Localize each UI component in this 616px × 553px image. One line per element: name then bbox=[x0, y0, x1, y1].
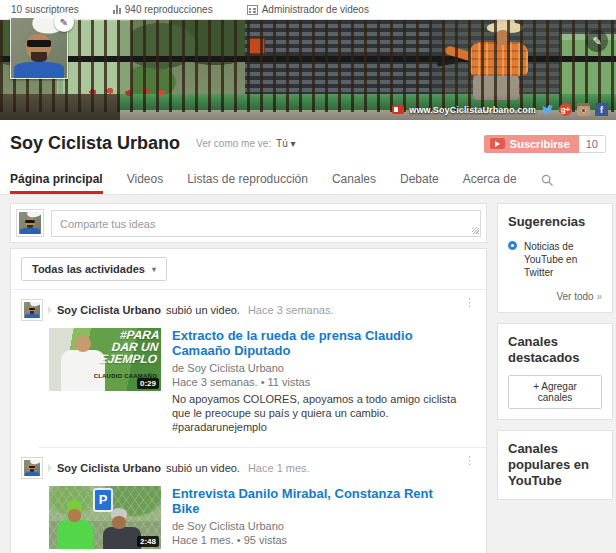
view-as-label: Ver como me ve: bbox=[196, 138, 271, 149]
thumbnail-text: #PARA DAR UN EJEMPLO bbox=[99, 329, 160, 365]
feed-action: subió un video. bbox=[166, 304, 240, 316]
channel-page: 10 suscriptores 940 reproducciones Admin… bbox=[0, 0, 616, 553]
tab-acerca-de[interactable]: Acerca de bbox=[463, 164, 517, 194]
google-plus-icon[interactable]: g+ bbox=[559, 103, 572, 116]
video-byline: de Soy Ciclista Urbano bbox=[172, 361, 462, 375]
video-title-link[interactable]: Entrevista Danilo Mirabal, Constanza Ren… bbox=[172, 486, 462, 516]
play-icon bbox=[490, 138, 505, 149]
google-plus-glyph: g+ bbox=[561, 105, 571, 114]
chevron-right-icon: » bbox=[596, 291, 602, 302]
subscribe-area: Suscribirse 10 bbox=[484, 135, 606, 153]
video-manager-icon bbox=[247, 5, 258, 15]
suggestion-label: Noticias de YouTube en Twitter bbox=[524, 240, 602, 279]
edit-avatar-button[interactable]: ✎ bbox=[54, 12, 74, 32]
tab-listas-de-reproduccion[interactable]: Listas de reproducción bbox=[187, 164, 308, 194]
duration-badge: 2:48 bbox=[137, 536, 159, 547]
feed-item-avatar[interactable] bbox=[21, 299, 43, 321]
banner-links: www.SoyCiclistaUrbano.com g+ f bbox=[392, 103, 608, 116]
feed-action: subió un video. bbox=[166, 462, 240, 474]
activity-feed-card: Todas las actividades ▾ Soy Ciclista Urb… bbox=[10, 248, 487, 553]
bar-chart-icon bbox=[113, 5, 121, 14]
facebook-icon[interactable]: f bbox=[595, 103, 608, 116]
popular-channels-title: Canales populares en YouTube bbox=[508, 441, 602, 489]
subscribe-label: Suscribirse bbox=[510, 138, 570, 150]
compose-avatar bbox=[16, 209, 44, 237]
feed-item-avatar[interactable] bbox=[21, 457, 43, 479]
pencil-icon: ✎ bbox=[60, 17, 68, 28]
channel-title: Soy Ciclista Urbano bbox=[10, 133, 180, 154]
subscribe-button[interactable]: Suscribirse bbox=[484, 135, 579, 153]
instagram-icon[interactable] bbox=[577, 103, 590, 116]
feed-time: Hace 1 mes. bbox=[248, 462, 310, 474]
twitter-icon[interactable] bbox=[541, 103, 554, 116]
view-as-dropdown[interactable]: Tú ▾ bbox=[276, 138, 295, 149]
activity-filter-dropdown[interactable]: Todas las actividades ▾ bbox=[21, 257, 167, 281]
see-all-link[interactable]: Ver todo » bbox=[508, 291, 602, 302]
tab-videos[interactable]: Videos bbox=[127, 164, 163, 194]
item-menu-button[interactable]: ⋮ bbox=[464, 300, 474, 304]
feed-time: Hace 3 semanas. bbox=[248, 304, 334, 316]
view-as: Ver como me ve:Tú ▾ bbox=[196, 138, 296, 149]
video-byline: de Soy Ciclista Urbano bbox=[172, 519, 462, 533]
video-manager-link[interactable]: Administrador de videos bbox=[247, 4, 369, 15]
share-ideas-input[interactable] bbox=[51, 210, 481, 237]
chevron-right-icon bbox=[48, 464, 52, 472]
video-title-link[interactable]: Extracto de la rueda de prensa Claudio C… bbox=[172, 328, 462, 358]
channel-tabs: Página principal Videos Listas de reprod… bbox=[0, 164, 616, 194]
feed-item: Soy Ciclista Urbano subió un video. Hace… bbox=[11, 290, 486, 447]
see-all-label: Ver todo bbox=[556, 291, 593, 302]
chevron-right-icon bbox=[48, 306, 52, 314]
add-channels-button[interactable]: + Agregar canales bbox=[508, 375, 602, 409]
website-link[interactable]: www.SoyCiclistaUrbano.com bbox=[409, 105, 536, 115]
feed-item: Soy Ciclista Urbano subió un video. Hace… bbox=[11, 448, 486, 553]
suggestion-item-twitter[interactable]: Noticias de YouTube en Twitter bbox=[508, 240, 602, 279]
tab-pagina-principal[interactable]: Página principal bbox=[10, 164, 103, 194]
video-thumbnail[interactable]: P 2:48 bbox=[49, 486, 161, 549]
facebook-glyph: f bbox=[600, 105, 603, 115]
suggestions-title: Sugerencias bbox=[508, 214, 602, 230]
activity-filter-label: Todas las actividades bbox=[32, 263, 145, 275]
featured-channels-title: Canales destacados bbox=[508, 334, 602, 366]
channel-avatar: ✎ bbox=[10, 17, 68, 79]
search-icon bbox=[541, 174, 554, 187]
video-meta: Hace 3 semanas. • 11 vistas bbox=[172, 375, 462, 389]
duration-badge: 0:29 bbox=[137, 378, 159, 389]
channel-toolbar: 10 suscriptores 940 reproducciones Admin… bbox=[0, 0, 616, 20]
feed-channel-link[interactable]: Soy Ciclista Urbano bbox=[57, 462, 161, 474]
pencil-icon: ✎ bbox=[592, 35, 601, 48]
suggestions-card: Sugerencias Noticias de YouTube en Twitt… bbox=[497, 203, 613, 313]
video-meta: Hace 1 mes. • 95 vistas bbox=[172, 533, 462, 547]
subscriber-count-badge: 10 bbox=[579, 135, 606, 153]
video-thumbnail[interactable]: #PARA DAR UN EJEMPLO CLAUDIO CAAMAÑO 0:2… bbox=[49, 328, 161, 391]
popular-channels-card: Canales populares en YouTube bbox=[497, 430, 613, 500]
chevron-down-icon: ▾ bbox=[152, 265, 156, 274]
channel-banner: ✎ www.SoyCiclistaUrbano.com g+ f bbox=[0, 20, 616, 120]
featured-channels-card: Canales destacados + Agregar canales bbox=[497, 323, 613, 420]
twitter-bird bbox=[541, 103, 554, 116]
content-area: Todas las actividades ▾ Soy Ciclista Urb… bbox=[0, 195, 616, 553]
main-column: Todas las actividades ▾ Soy Ciclista Urb… bbox=[10, 203, 487, 553]
channel-search-button[interactable] bbox=[541, 164, 554, 194]
video-description: No apoyamos COLORES, apoyamos a todo ami… bbox=[172, 392, 462, 434]
views-count[interactable]: 940 reproducciones bbox=[113, 4, 213, 15]
parking-sign: P bbox=[93, 488, 113, 512]
tv-icon bbox=[392, 105, 404, 114]
channel-header: Soy Ciclista Urbano Ver como me ve:Tú ▾ … bbox=[0, 120, 616, 195]
views-label: 940 reproducciones bbox=[125, 4, 213, 15]
video-manager-label: Administrador de videos bbox=[262, 4, 369, 15]
compose-card bbox=[10, 203, 487, 243]
tab-canales[interactable]: Canales bbox=[332, 164, 376, 194]
edit-banner-button[interactable]: ✎ bbox=[586, 30, 608, 52]
right-sidebar: Sugerencias Noticias de YouTube en Twitt… bbox=[497, 203, 613, 510]
feed-filter-row: Todas las actividades ▾ bbox=[11, 249, 486, 290]
tab-debate[interactable]: Debate bbox=[400, 164, 439, 194]
twitter-ring-icon bbox=[508, 241, 517, 250]
item-menu-button[interactable]: ⋮ bbox=[464, 458, 474, 462]
feed-channel-link[interactable]: Soy Ciclista Urbano bbox=[57, 304, 161, 316]
